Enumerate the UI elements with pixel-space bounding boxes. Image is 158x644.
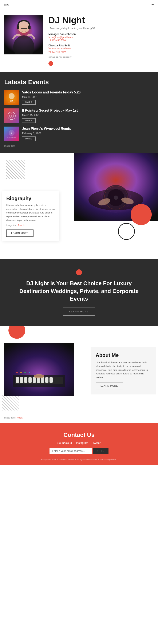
header: logo ≡: [0, 0, 158, 9]
event-name-2: II Points x Secret Project – May 1st: [22, 108, 154, 113]
event-thumb-2: II: [4, 108, 19, 123]
about-section: About Me Ut enim ad minim veniam, quis n…: [0, 326, 158, 423]
contact-section: Manager Don Johnson hello@don@gmail.com …: [48, 33, 154, 53]
svg-rect-33: [20, 377, 23, 383]
bio-red-circle: [131, 204, 152, 225]
svg-rect-4: [28, 26, 30, 29]
logo: logo: [4, 3, 9, 6]
event-more-btn-1[interactable]: MORE: [22, 100, 36, 105]
svg-text:WYNWOOD: WYNWOOD: [7, 137, 16, 138]
svg-point-24: [114, 196, 118, 200]
director-name: Director Rita Smith: [48, 44, 154, 47]
svg-rect-5: [21, 28, 24, 29]
svg-rect-3: [17, 26, 19, 29]
svg-point-41: [34, 374, 44, 378]
event-item-3: ♪ WYNWOOD Jean Pierre's Wynwood Remix Fe…: [4, 126, 154, 141]
hero-subtitle: I have everything to make your life brig…: [48, 26, 154, 30]
svg-point-43: [20, 372, 22, 373]
bio-title: Biography: [6, 196, 55, 202]
about-title: About Me: [96, 352, 151, 358]
svg-rect-11: [8, 102, 15, 103]
contact-link-twitter[interactable]: Twitter: [93, 441, 101, 444]
event-thumb-1: UP: [4, 90, 19, 105]
about-image-from-link[interactable]: Freepik: [15, 416, 22, 419]
cta-learn-more-btn[interactable]: LEARN MORE: [63, 308, 95, 316]
event-item-1: UP Vatos Locos and Friends Friday 5.26 M…: [4, 90, 154, 105]
bio-learn-more-btn[interactable]: LEARN MORE: [6, 230, 33, 237]
svg-point-42: [16, 372, 18, 373]
contact-link-soundcloud[interactable]: Soundcloud: [57, 441, 72, 444]
event-info-1: Vatos Locos and Friends Friday 5.26 May …: [19, 90, 154, 105]
hero-image-from: IMAGE FROM FREEPIX: [48, 56, 154, 59]
event-name-1: Vatos Locos and Friends Friday 5.26: [22, 90, 154, 95]
event-name-3: Jean Pierre's Wynwood Remix: [22, 126, 154, 131]
about-learn-more-btn[interactable]: LEARN MORE: [96, 382, 123, 390]
hero-red-dot: [48, 61, 53, 66]
contact-footer: Contact Us Soundcloud Instagram Twitter …: [0, 423, 158, 465]
manager-phone: +1 123 456 7890: [48, 39, 154, 42]
svg-point-9: [9, 93, 14, 99]
cta-title: DJ Night is Your Best Choice For Luxury …: [17, 280, 141, 302]
hero-image: [4, 16, 43, 54]
bio-text: Ut enim ad minim veniam, quis nostrud ex…: [6, 204, 55, 222]
email-input[interactable]: [49, 448, 92, 454]
event-date-1: May 19, 2021: [22, 96, 154, 98]
event-more-btn-3[interactable]: MORE: [22, 136, 36, 141]
svg-rect-40: [49, 377, 53, 383]
hero-person-svg: [4, 16, 43, 54]
bio-card: Biography Ut enim ad minim veniam, quis …: [2, 191, 59, 241]
footer-note: Sample text. Click to select the text bo…: [4, 458, 154, 461]
event-info-3: Jean Pierre's Wynwood Remix February 6, …: [19, 126, 154, 141]
svg-point-1: [18, 21, 30, 33]
cta-red-dot: [76, 269, 82, 275]
svg-rect-39: [45, 377, 48, 383]
svg-rect-6: [24, 28, 27, 29]
hamburger-icon[interactable]: ≡: [152, 2, 154, 7]
svg-rect-32: [16, 377, 19, 383]
svg-text:♪: ♪: [11, 130, 13, 134]
svg-text:II: II: [11, 115, 12, 117]
events-title: Latests Events: [4, 78, 154, 86]
about-card: About Me Ut enim ad minim veniam, quis n…: [91, 347, 156, 394]
about-text: Ut enim ad minim veniam, quis nostrud ex…: [96, 361, 151, 379]
about-red-circle: [8, 326, 25, 339]
bio-black-circle: [118, 223, 135, 240]
manager-name: Manager Don Johnson: [48, 33, 154, 36]
contact-form: SEND: [4, 448, 154, 454]
contact-links: Soundcloud Instagram Twitter: [4, 441, 154, 444]
contact-link-instagram[interactable]: Instagram: [76, 441, 88, 444]
svg-rect-38: [41, 377, 44, 383]
events-image-from: Image from: [4, 145, 154, 147]
event-item-2: II II Points x Secret Project – May 1st …: [4, 108, 154, 123]
about-image: [4, 343, 74, 396]
svg-rect-34: [24, 377, 27, 383]
event-date-2: March 15, 2021: [22, 114, 154, 117]
svg-point-45: [29, 372, 30, 373]
cta-section: DJ Night is Your Best Choice For Luxury …: [0, 259, 158, 326]
contact-title: Contact Us: [4, 432, 154, 438]
svg-point-44: [24, 372, 26, 373]
about-stripe-decoration: [2, 394, 19, 410]
bio-stripe-decoration: [6, 160, 25, 179]
event-info-2: II Points x Secret Project – May 1st Mar…: [19, 108, 154, 123]
bio-image-from-link[interactable]: Freepik: [17, 224, 24, 226]
bio-image-from: Image from Freepik: [6, 224, 55, 226]
svg-rect-35: [28, 377, 32, 383]
send-button[interactable]: SEND: [93, 448, 108, 454]
hero-title: DJ Night: [48, 16, 154, 25]
svg-rect-36: [33, 377, 36, 383]
biography-section: Biography Ut enim ad minim veniam, quis …: [0, 153, 158, 259]
director-phone: +1 123 456 7890: [48, 50, 154, 53]
director-email: helloriita@gmail.com: [48, 47, 154, 50]
hero-section: DJ Night I have everything to make your …: [0, 9, 158, 72]
svg-rect-29: [4, 343, 74, 396]
manager-email: hello@don@gmail.com: [48, 36, 154, 39]
event-thumb-3: ♪ WYNWOOD: [4, 126, 19, 141]
event-date-3: February 6, 2021: [22, 132, 154, 135]
event-more-btn-2[interactable]: MORE: [22, 118, 36, 123]
events-section: Latests Events UP Vatos Locos and Friend…: [0, 72, 158, 153]
hero-content: DJ Night I have everything to make your …: [43, 16, 154, 66]
about-image-from: Image from Freepik: [4, 416, 22, 419]
